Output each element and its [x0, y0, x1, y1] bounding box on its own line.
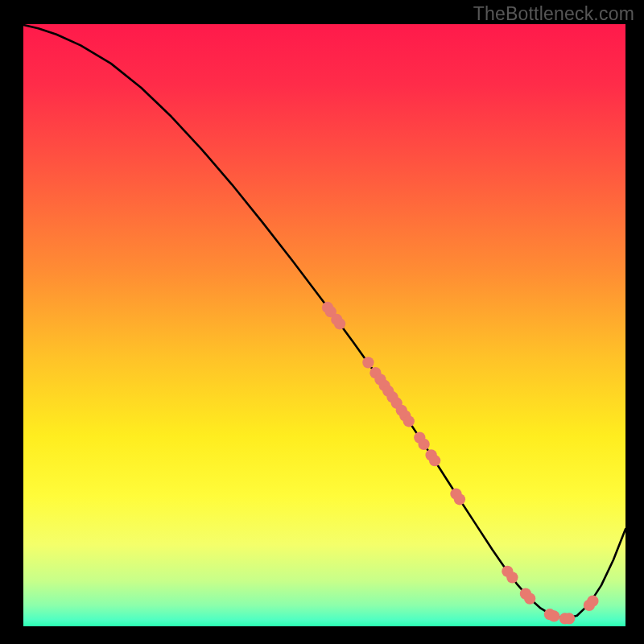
data-marker — [587, 596, 598, 607]
data-marker — [564, 613, 575, 624]
plot-area — [20, 24, 625, 630]
data-marker — [403, 415, 415, 427]
plot-svg — [20, 24, 625, 630]
data-markers — [322, 302, 599, 625]
data-marker — [506, 572, 518, 583]
data-marker — [362, 357, 374, 368]
data-marker — [429, 455, 440, 466]
data-marker — [334, 318, 345, 329]
data-marker — [524, 593, 535, 605]
watermark-text: TheBottleneck.com — [473, 3, 634, 25]
data-marker — [418, 439, 429, 450]
chart-container: TheBottleneck.com — [0, 0, 644, 644]
data-marker — [454, 493, 465, 505]
data-marker — [548, 610, 559, 621]
bottleneck-curve — [20, 24, 625, 618]
